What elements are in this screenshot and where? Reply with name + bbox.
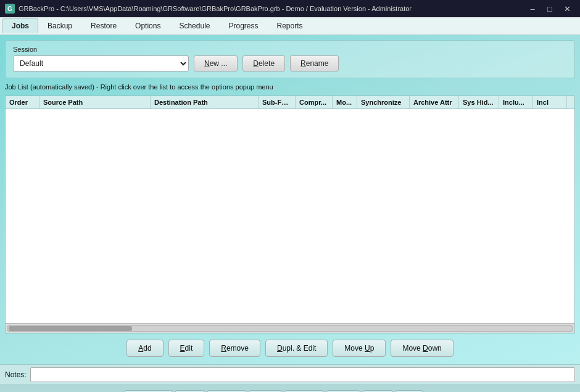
verify-button[interactable]: Verify [249, 390, 282, 393]
session-controls: Default New ... Delete Rename [13, 55, 567, 71]
scrollbar-thumb[interactable] [9, 326, 132, 331]
backup-status-button[interactable]: Backup [207, 390, 246, 393]
tab-restore[interactable]: Restore [81, 18, 126, 33]
tab-reports[interactable]: Reports [268, 18, 312, 33]
help-button[interactable]: Help [363, 390, 393, 393]
menu-bar: Jobs Backup Restore Options Schedule Pro… [0, 17, 580, 35]
remove-button[interactable]: Remove [209, 340, 260, 357]
col-header-syshid: Sys Hid... [459, 96, 499, 108]
scrollbar-track [7, 325, 573, 332]
minimize-button[interactable]: – [524, 2, 541, 15]
col-header-incl2: Incl [533, 96, 567, 108]
maximize-button[interactable]: □ [542, 2, 558, 15]
col-header-arch: Archive Attr [410, 96, 459, 108]
notes-label: Notes: [5, 370, 27, 379]
session-label: Session [13, 46, 567, 53]
add-button[interactable]: Add [126, 340, 163, 357]
window-controls: – □ ✕ [524, 2, 575, 15]
tab-progress[interactable]: Progress [219, 18, 267, 33]
flag-icon [105, 390, 122, 393]
action-buttons-row: Add Edit Remove Dupl. & Edit Move Up Mov… [5, 337, 575, 359]
new-button[interactable]: New ... [194, 55, 238, 71]
table-body[interactable] [6, 109, 574, 323]
close-button[interactable]: ✕ [559, 2, 575, 15]
tab-backup[interactable]: Backup [38, 18, 81, 33]
horizontal-scrollbar[interactable] [6, 323, 574, 333]
adv-mode-button[interactable]: Adv. Mode [125, 390, 173, 393]
joblist-info: Job List (automatically saved) - Right c… [5, 82, 575, 92]
main-content: Session Default New ... Delete Rename Jo… [0, 35, 580, 364]
hide-button[interactable]: Hide [175, 390, 205, 393]
notes-input[interactable] [30, 367, 575, 382]
notes-row: Notes: [0, 364, 580, 385]
title-bar: G GRBackPro - C:\Users\VMS\AppData\Roami… [0, 0, 580, 17]
about-button[interactable]: About [326, 390, 360, 393]
tab-schedule[interactable]: Schedule [170, 18, 219, 33]
tab-jobs[interactable]: Jobs [2, 18, 38, 33]
edit-button[interactable]: Edit [168, 340, 205, 357]
restore-status-button[interactable]: Restore [284, 390, 325, 393]
col-header-sync: Synchronize [357, 96, 410, 108]
col-header-mo: Mo... [333, 96, 357, 108]
dupl-edit-button[interactable]: Dupl. & Edit [265, 340, 328, 357]
job-table: Order Source Path Destination Path Sub-F… [5, 96, 575, 333]
col-header-source: Source Path [39, 96, 151, 108]
col-header-dest: Destination Path [151, 96, 259, 108]
col-header-inclu: Inclu... [499, 96, 533, 108]
col-header-order: Order [6, 96, 39, 108]
col-header-subfo: Sub-Fo... [259, 96, 296, 108]
move-down-button[interactable]: Move Down [391, 340, 453, 357]
col-header-compr: Compr... [296, 96, 333, 108]
rename-button[interactable]: Rename [290, 55, 339, 71]
session-group: Session Default New ... Delete Rename [5, 40, 575, 78]
tab-options[interactable]: Options [126, 18, 170, 33]
table-header: Order Source Path Destination Path Sub-F… [6, 96, 574, 109]
exit-button[interactable]: Exit [396, 390, 423, 393]
session-select[interactable]: Default [13, 55, 189, 71]
app-icon: G [5, 4, 15, 14]
delete-button[interactable]: Delete [242, 55, 285, 71]
title-bar-text: GRBackPro - C:\Users\VMS\AppData\Roaming… [19, 5, 524, 12]
status-bar: ©GRSoftware Demo Version Adv. Mode Hide … [0, 385, 580, 392]
move-up-button[interactable]: Move Up [333, 340, 386, 357]
